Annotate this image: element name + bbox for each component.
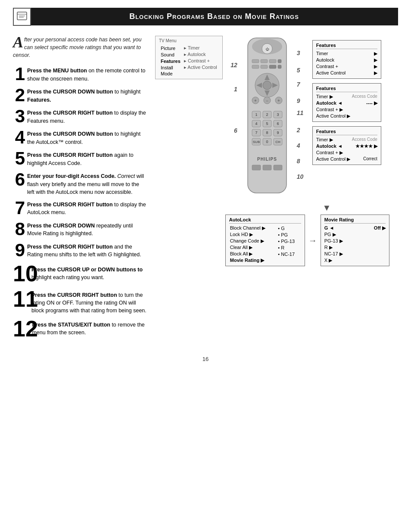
- step-10-text: Press the CURSOR UP or DOWN buttons to h…: [31, 262, 146, 281]
- step-label-11-right: 11: [297, 109, 304, 116]
- step-7-text: Press the CURSOR RIGHT button to display…: [27, 199, 146, 216]
- step-1-text: Press the MENU button on the remote cont…: [27, 65, 146, 82]
- svg-text:–: –: [266, 99, 268, 103]
- step-5-text: Press the CURSOR RIGHT button again to h…: [27, 149, 146, 167]
- step-9-text: Press the CURSOR RIGHT button and the Ra…: [27, 241, 146, 258]
- autolock-box: AutoLock Block Channel ▶• G Lock HD ▶• P…: [225, 215, 305, 266]
- step-label-2-right: 2: [297, 127, 300, 134]
- header-icon: [13, 8, 31, 26]
- step-label-5-right: 5: [297, 67, 300, 74]
- features-box-2: Features Timer ▶Access Code Autolock ◄--…: [312, 83, 381, 122]
- step-label-3-right: 3: [297, 50, 300, 56]
- svg-text:SUB: SUB: [253, 140, 260, 144]
- step-6-text: Enter your four-digit Access Code. Corre…: [27, 171, 146, 196]
- svg-text:2: 2: [266, 112, 268, 117]
- page-title: Blocking Programs Based on Movie Ratings: [13, 8, 398, 25]
- step-11: 11 Press the CURSOR RIGHT button to turn…: [13, 288, 146, 314]
- svg-text:3: 3: [277, 112, 279, 117]
- svg-point-21: [263, 81, 271, 90]
- remote-control: ⏻: [239, 36, 295, 201]
- features-box-3: Features Timer ▶Access Code Autolock ◄★★…: [312, 126, 381, 165]
- step-label-4-right: 4: [297, 142, 300, 149]
- svg-rect-8: [252, 59, 259, 63]
- step-label-1-left: 1: [234, 86, 237, 93]
- step-label-8-right: 8: [297, 158, 300, 165]
- tv-menu-title: TV Menu: [159, 38, 219, 43]
- autolock-title: AutoLock: [229, 217, 301, 224]
- tv-menu-box: TV Menu Picture▸ Timer Sound▸ Autolock F…: [155, 36, 223, 79]
- svg-text:1: 1: [255, 112, 257, 117]
- svg-text:0: 0: [266, 140, 268, 144]
- step-label-6-left: 6: [234, 127, 237, 134]
- svg-text:4: 4: [255, 121, 257, 126]
- svg-text:9: 9: [277, 131, 279, 135]
- step-label-12-left: 12: [230, 62, 237, 68]
- svg-rect-13: [261, 65, 268, 68]
- svg-rect-54: [263, 165, 271, 170]
- svg-rect-15: [278, 65, 281, 68]
- step-label-10-right: 10: [297, 173, 304, 180]
- movie-rating-title: Movie Rating: [324, 217, 386, 224]
- svg-rect-12: [252, 65, 259, 68]
- svg-rect-10: [269, 59, 276, 63]
- step-6: 6 Enter your four-digit Access Code. Cor…: [13, 171, 146, 196]
- step-1: 1 Press the MENU button on the remote co…: [13, 65, 146, 83]
- svg-rect-9: [261, 59, 268, 63]
- pencil-icon: [16, 11, 28, 23]
- features-box-1: Features Timer▶ Autolock▶ Contrast +▶ Ac…: [312, 40, 381, 79]
- step-10: 10 Press the CURSOR UP or DOWN buttons t…: [13, 262, 146, 285]
- svg-rect-53: [252, 165, 261, 170]
- step-12: 12 Press the STATUS/EXIT button to remov…: [13, 317, 146, 340]
- movie-rating-box: Movie Rating G ◄Off ▶ PG ▶ PG-13 ▶ R ▶ N…: [321, 215, 389, 266]
- svg-rect-14: [269, 65, 276, 68]
- svg-rect-55: [274, 165, 282, 170]
- features-box-3-title: Features: [316, 129, 377, 135]
- step-label-7-right: 7: [297, 81, 300, 88]
- step-11-text: Press the CURSOR RIGHT button to turn th…: [31, 288, 146, 314]
- step-2-text: Press the CURSOR DOWN button to highligh…: [27, 86, 146, 103]
- step-3-text: Press the CURSOR RIGHT button to display…: [27, 107, 146, 124]
- step-8: 8 Press the CURSOR DOWN repeatedly until…: [13, 220, 146, 238]
- step-9: 9 Press the CURSOR RIGHT button and the …: [13, 241, 146, 259]
- svg-rect-11: [278, 59, 281, 63]
- arrow-to-movie-rating: →: [308, 236, 317, 246]
- remote-svg: ⏻: [239, 36, 295, 199]
- svg-text:8: 8: [266, 131, 268, 135]
- step-12-text: Press the STATUS/EXIT button to remove t…: [32, 317, 146, 336]
- features-box-1-title: Features: [316, 43, 377, 49]
- svg-text:CH: CH: [275, 140, 280, 144]
- features-box-2-title: Features: [316, 86, 377, 92]
- svg-text:+: +: [277, 98, 280, 103]
- svg-text:5: 5: [266, 121, 268, 126]
- svg-text:PHILIPS: PHILIPS: [257, 157, 277, 162]
- step-4-text: Press the CURSOR DOWN button to highligh…: [27, 128, 146, 146]
- step-3: 3 Press the CURSOR RIGHT button to displ…: [13, 107, 146, 125]
- svg-text:+: +: [254, 98, 257, 103]
- step-7: 7 Press the CURSOR RIGHT button to displ…: [13, 199, 146, 217]
- intro-text: A fter your personal access code has bee…: [13, 36, 146, 59]
- page-number: 16: [0, 356, 411, 371]
- step-2: 2 Press the CURSOR DOWN button to highli…: [13, 86, 146, 104]
- svg-text:6: 6: [277, 121, 279, 126]
- step-5: 5 Press the CURSOR RIGHT button again to…: [13, 149, 146, 168]
- step-4: 4 Press the CURSOR DOWN button to highli…: [13, 128, 146, 146]
- svg-text:7: 7: [255, 131, 257, 135]
- step-8-text: Press the CURSOR DOWN repeatedly until M…: [27, 220, 146, 237]
- step-label-9-right: 9: [297, 97, 300, 104]
- svg-text:⏻: ⏻: [265, 47, 269, 51]
